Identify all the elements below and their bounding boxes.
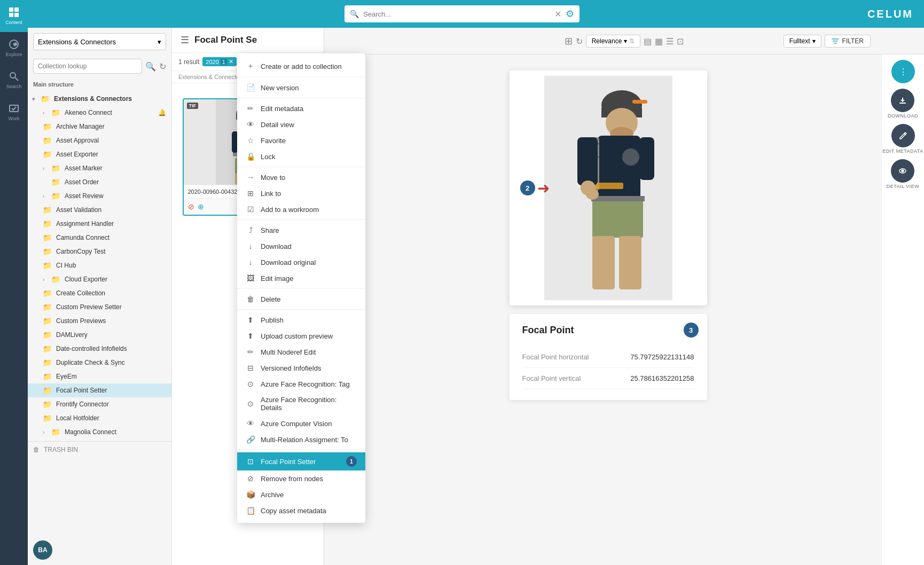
chevron-down-icon: ▾ — [812, 37, 816, 45]
fulltext-filter-area: Fulltext ▾ FILTER — [784, 28, 871, 54]
view-toggle-icon[interactable]: ▤ — [644, 36, 652, 46]
menu-item-upload-custom-preview[interactable]: ⬆ Upload custom preview — [237, 328, 365, 344]
sidebar-item-asset-validation[interactable]: 📁 Asset Validation — [28, 203, 171, 217]
sidebar-item-asset-marker[interactable]: › 📁 Asset Marker — [28, 161, 171, 175]
sidebar-item-local-hotfolder[interactable]: 📁 Local Hotfolder — [28, 411, 171, 425]
search-bar[interactable]: 🔍 ✕ ⚙ — [344, 5, 580, 22]
menu-item-add-workroom[interactable]: ☑ Add to a workroom — [237, 201, 365, 217]
sidebar-item-carboncopy[interactable]: 📁 CarbonCopy Test — [28, 245, 171, 258]
menu-item-create-add-collection[interactable]: ＋ Create or add to collection — [237, 58, 365, 75]
step-badge-2: 2 — [520, 181, 535, 195]
avatar[interactable]: BA — [33, 540, 52, 560]
sidebar-item-damllivery[interactable]: 📁 DAMLivery — [28, 328, 171, 342]
nav-search[interactable]: Search — [0, 64, 28, 96]
more-options-button[interactable]: ⋮ — [891, 60, 915, 83]
fulltext-button[interactable]: Fulltext ▾ — [784, 35, 821, 48]
sidebar-item-extensions[interactable]: ▾ 📁 Extensions & Connectors — [28, 92, 171, 106]
menu-item-label: Add to a workroom — [261, 206, 319, 214]
sidebar-item-archive-manager[interactable]: 📁 Archive Manager — [28, 120, 171, 134]
asset-action-red-icon[interactable]: ⊘ — [188, 202, 194, 211]
download-button[interactable] — [891, 89, 914, 112]
step-badge-3: 3 — [684, 323, 699, 338]
menu-item-focal-point-setter[interactable]: ⊡ Focal Point Setter 1 — [237, 452, 365, 470]
hamburger-icon[interactable]: ☰ — [181, 34, 189, 46]
menu-item-multi-relation[interactable]: 🔗 Multi-Relation Assigment: To — [237, 431, 365, 448]
menu-item-download-original[interactable]: ↓ Download original — [237, 254, 365, 270]
folder-icon: 📁 — [51, 192, 60, 200]
sidebar-item-custom-previews[interactable]: 📁 Custom Previews — [28, 314, 171, 328]
menu-item-azure-face-tag[interactable]: ⊙ Azure Face Recognition: Tag — [237, 376, 365, 392]
menu-item-edit-image[interactable]: 🖼 Edit image — [237, 270, 365, 286]
collection-lookup-input[interactable] — [33, 59, 142, 74]
menu-item-link-to[interactable]: ⊞ Link to — [237, 185, 365, 201]
asset-action-teal-icon[interactable]: ⊕ — [198, 202, 204, 211]
view-large-icon[interactable]: ⊡ — [677, 36, 684, 46]
sidebar-item-camunda[interactable]: 📁 Camunda Connect — [28, 231, 171, 245]
search-input[interactable] — [363, 10, 550, 18]
sidebar-item-asset-review[interactable]: › 📁 Asset Review — [28, 189, 171, 203]
menu-item-versioned-infofields[interactable]: ⊟ Versioned Infofields — [237, 360, 365, 376]
sort-button[interactable]: Relevance ▾ ⇅ — [586, 35, 641, 48]
close-icon[interactable]: ✕ — [554, 9, 561, 19]
folder-icon: 📁 — [43, 206, 52, 214]
menu-item-download[interactable]: ↓ Download — [237, 238, 365, 254]
focal-vertical-key: Focal Point vertical — [522, 374, 631, 382]
filter-tag[interactable]: 2020 1 ✕ — [202, 57, 237, 66]
filter-icon — [832, 37, 839, 45]
grid-icon[interactable]: ⊞ — [565, 35, 573, 47]
nav-explore[interactable]: Explore — [0, 32, 28, 64]
sidebar-item-duplicate-check[interactable]: 📁 Duplicate Check & Sync — [28, 356, 171, 370]
menu-item-new-version[interactable]: 📄 New version — [237, 80, 365, 96]
menu-item-azure-computer-vision[interactable]: 👁 Azure Computer Vision — [237, 415, 365, 431]
menu-item-share[interactable]: ⤴ Share — [237, 222, 365, 238]
filter-button[interactable]: FILTER — [825, 35, 871, 48]
copy-icon: 📋 — [246, 506, 255, 515]
menu-item-favorite[interactable]: ☆ Favorite — [237, 132, 365, 148]
sidebar-item-asset-order[interactable]: 📁 Asset Order — [28, 175, 171, 189]
edit-metadata-button[interactable] — [891, 124, 915, 147]
menu-item-detail-view[interactable]: 👁 Detail view — [237, 116, 365, 132]
sidebar-item-cloud-exporter[interactable]: › 📁 Cloud Exporter — [28, 272, 171, 286]
sidebar-item-label: Date-controlled Infofields — [56, 345, 166, 352]
menu-item-archive[interactable]: 📦 Archive — [237, 486, 365, 503]
detail-view-button[interactable] — [891, 159, 914, 183]
sidebar-item-date-controlled[interactable]: 📁 Date-controlled Infofields — [28, 342, 171, 356]
sidebar-item-focal-point-setter[interactable]: 📁 Focal Point Setter — [28, 383, 171, 397]
sidebar-item-magnolia[interactable]: › 📁 Magnolia Connect — [28, 425, 171, 439]
sidebar-item-asset-approval[interactable]: 📁 Asset Approval — [28, 134, 171, 147]
user-avatar-area[interactable]: BA — [33, 540, 52, 560]
svg-rect-39 — [619, 236, 641, 289]
menu-item-delete[interactable]: 🗑 Delete — [237, 291, 365, 307]
sidebar-item-custom-preview-setter[interactable]: 📁 Custom Preview Setter — [28, 300, 171, 314]
menu-item-move-to[interactable]: → Move to — [237, 169, 365, 185]
menu-item-label: Share — [261, 226, 279, 234]
menu-item-publish[interactable]: ⬆ Publish — [237, 312, 365, 328]
sidebar-item-ci-hub[interactable]: 📁 CI Hub — [28, 258, 171, 272]
svg-marker-5 — [13, 42, 18, 46]
sidebar-item-frontify[interactable]: 📁 Frontify Connector — [28, 397, 171, 411]
menu-item-azure-face-details[interactable]: ⊙ Azure Face Recognition: Details — [237, 392, 365, 415]
sidebar-item-asset-exporter[interactable]: 📁 Asset Exporter — [28, 147, 171, 161]
menu-item-remove-from-nodes[interactable]: ⊘ Remove from nodes — [237, 470, 365, 486]
sidebar-item-akeneo[interactable]: › 📁 Akeneo Connect 🔔 — [28, 106, 171, 120]
menu-item-copy-asset-metadata[interactable]: 📋 Copy asset metadata — [237, 503, 365, 519]
view-grid-icon[interactable]: ▦ — [655, 36, 663, 46]
sidebar-item-eyeem[interactable]: 📁 EyeEm — [28, 370, 171, 383]
sidebar-dropdown[interactable]: Extensions & Connectors ▾ — [33, 33, 166, 50]
menu-divider — [237, 450, 365, 450]
sidebar-item-assignment-handler[interactable]: 📁 Assignment Handler — [28, 217, 171, 231]
filter-tag-close-icon[interactable]: ✕ — [229, 58, 233, 65]
search-icon[interactable]: 🔍 — [145, 61, 156, 72]
sidebar-item-create-collection[interactable]: 📁 Create Collection — [28, 286, 171, 300]
refresh-icon[interactable]: ↻ — [576, 36, 583, 46]
trash-bin[interactable]: 🗑 TRASH BIN — [28, 441, 171, 458]
menu-item-lock[interactable]: 🔒 Lock — [237, 148, 365, 164]
nav-content[interactable]: Content — [0, 0, 28, 32]
nav-work[interactable]: Work — [0, 96, 28, 128]
svg-rect-3 — [14, 13, 19, 17]
view-list-icon[interactable]: ☰ — [666, 36, 674, 46]
menu-item-multi-noderef-edit[interactable]: ✏ Multi Noderef Edit — [237, 344, 365, 360]
filter-icon[interactable]: ⚙ — [566, 8, 574, 20]
refresh-icon[interactable]: ↻ — [159, 61, 166, 72]
menu-item-edit-metadata[interactable]: ✏ Edit metadata — [237, 100, 365, 116]
